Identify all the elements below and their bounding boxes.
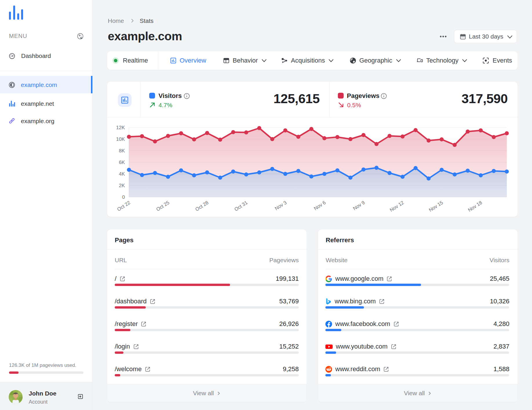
svg-text:Nov 9: Nov 9 [352, 200, 366, 211]
svg-text:Oct 31: Oct 31 [234, 200, 249, 212]
svg-text:0: 0 [122, 194, 125, 200]
svg-text:Nov 12: Nov 12 [389, 200, 405, 213]
svg-text:Nov 3: Nov 3 [274, 200, 288, 211]
svg-text:Oct 25: Oct 25 [155, 200, 170, 212]
svg-text:6K: 6K [119, 160, 125, 165]
svg-text:Nov 6: Nov 6 [313, 200, 327, 211]
svg-text:Oct 28: Oct 28 [194, 200, 209, 212]
svg-text:Oct 22: Oct 22 [116, 200, 131, 212]
svg-text:10K: 10K [116, 136, 125, 142]
svg-text:2K: 2K [119, 183, 125, 188]
svg-text:4K: 4K [119, 171, 125, 177]
svg-text:Nov 15: Nov 15 [428, 200, 444, 213]
svg-text:12K: 12K [116, 125, 125, 130]
svg-text:8K: 8K [119, 148, 125, 154]
svg-text:Nov 18: Nov 18 [467, 200, 483, 213]
